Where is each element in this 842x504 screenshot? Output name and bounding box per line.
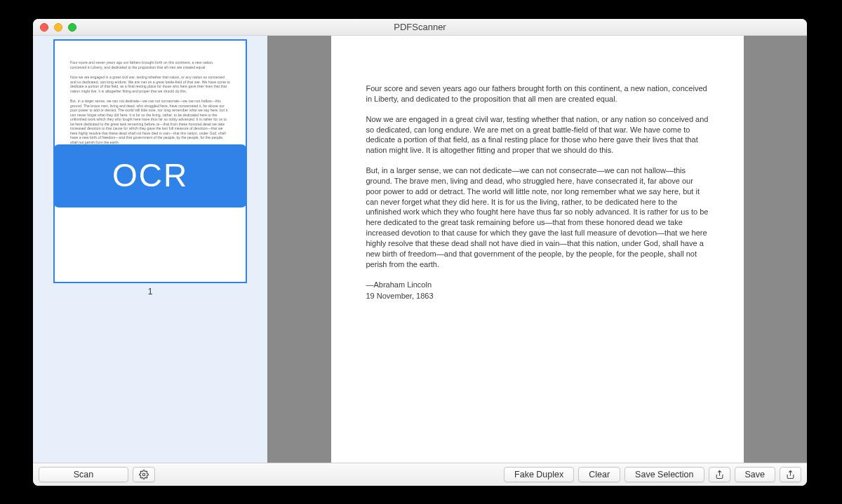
maximize-window-button[interactable] [68, 23, 76, 32]
fake-duplex-button[interactable]: Fake Duplex [504, 467, 574, 482]
minimize-window-button[interactable] [54, 23, 62, 32]
window-controls [40, 23, 76, 32]
thumbnail-item[interactable]: Four score and seven years ago our fathe… [40, 39, 260, 297]
share-icon [786, 470, 795, 479]
close-window-button[interactable] [40, 23, 48, 32]
scan-button[interactable]: Scan [39, 467, 128, 482]
page-signoff-date: 19 November, 1863 [366, 291, 709, 301]
ocr-overlay-badge: OCR [53, 144, 247, 207]
content-area: Four score and seven years ago our fathe… [33, 36, 807, 463]
thumbnail-page-number: 1 [148, 287, 153, 297]
gear-icon [139, 470, 149, 479]
svg-point-0 [142, 473, 145, 476]
window-title: PDFScanner [33, 22, 807, 32]
clear-button[interactable]: Clear [578, 467, 620, 482]
share-button[interactable] [780, 467, 801, 482]
page-paragraph: Four score and seven years ago our fathe… [366, 83, 709, 104]
titlebar: PDFScanner [33, 19, 807, 36]
page-paragraph: But, in a larger sense, we can not dedic… [366, 165, 709, 269]
thumb-paragraph: Four score and seven years ago our fathe… [70, 60, 230, 69]
document-preview-area[interactable]: Four score and seven years ago our fathe… [267, 36, 807, 463]
thumb-paragraph: Now we are engaged in a great civil war,… [70, 75, 230, 93]
thumbnail-sidebar: Four score and seven years ago our fathe… [33, 36, 267, 463]
share-icon [715, 470, 724, 479]
app-window: PDFScanner Four score and seven years ag… [33, 19, 807, 486]
document-page: Four score and seven years ago our fathe… [331, 36, 744, 463]
settings-button[interactable] [133, 467, 155, 482]
page-thumbnail[interactable]: Four score and seven years ago our fathe… [53, 39, 247, 283]
share-selection-button[interactable] [709, 467, 730, 482]
bottom-toolbar: Scan Fake Duplex Clear Save Selection [33, 463, 807, 486]
page-signoff-author: —Abraham Lincoln [366, 280, 709, 290]
thumb-paragraph: But, in a larger sense, we can not dedic… [70, 99, 230, 144]
page-paragraph: Now we are engaged in a great civil war,… [366, 114, 709, 156]
save-selection-button[interactable]: Save Selection [624, 467, 704, 482]
save-button[interactable]: Save [735, 467, 776, 482]
